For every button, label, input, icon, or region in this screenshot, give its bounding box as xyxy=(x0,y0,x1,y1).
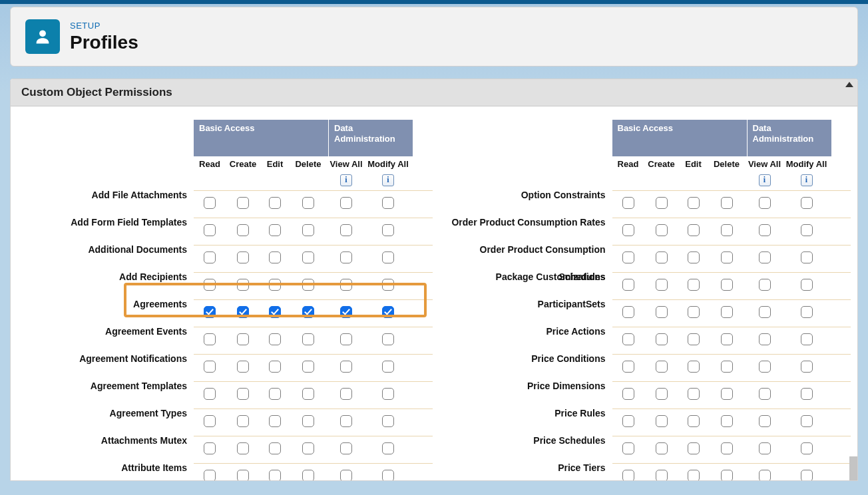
info-icon[interactable]: i xyxy=(759,174,771,186)
checkbox-delete[interactable] xyxy=(302,361,314,373)
checkbox-create[interactable] xyxy=(656,470,668,482)
checkbox-create[interactable] xyxy=(656,333,668,345)
scroll-up-arrow-icon[interactable] xyxy=(845,82,853,87)
checkbox-edit[interactable] xyxy=(269,306,281,318)
checkbox-edit[interactable] xyxy=(269,361,281,373)
checkbox-delete[interactable] xyxy=(721,388,733,400)
checkbox-read[interactable] xyxy=(204,197,216,209)
checkbox-read[interactable] xyxy=(622,361,634,373)
checkbox-delete[interactable] xyxy=(302,306,314,318)
checkbox-edit[interactable] xyxy=(688,442,700,454)
checkbox-read[interactable] xyxy=(622,279,634,291)
checkbox-modall[interactable] xyxy=(382,442,394,454)
checkbox-modall[interactable] xyxy=(382,333,394,345)
checkbox-create[interactable] xyxy=(237,361,249,373)
checkbox-read[interactable] xyxy=(622,224,634,236)
checkbox-read[interactable] xyxy=(204,279,216,291)
checkbox-create[interactable] xyxy=(656,224,668,236)
checkbox-create[interactable] xyxy=(237,306,249,318)
checkbox-delete[interactable] xyxy=(721,197,733,209)
checkbox-delete[interactable] xyxy=(302,442,314,454)
checkbox-delete[interactable] xyxy=(302,197,314,209)
checkbox-viewall[interactable] xyxy=(340,197,352,209)
checkbox-modall[interactable] xyxy=(801,388,813,400)
info-icon[interactable]: i xyxy=(382,174,394,186)
checkbox-edit[interactable] xyxy=(688,306,700,318)
checkbox-create[interactable] xyxy=(237,388,249,400)
checkbox-viewall[interactable] xyxy=(340,224,352,236)
checkbox-read[interactable] xyxy=(204,388,216,400)
checkbox-read[interactable] xyxy=(622,251,634,263)
checkbox-viewall[interactable] xyxy=(759,333,771,345)
checkbox-delete[interactable] xyxy=(721,224,733,236)
checkbox-create[interactable] xyxy=(656,442,668,454)
checkbox-edit[interactable] xyxy=(269,197,281,209)
checkbox-delete[interactable] xyxy=(302,279,314,291)
checkbox-create[interactable] xyxy=(237,251,249,263)
checkbox-viewall[interactable] xyxy=(759,415,771,427)
checkbox-modall[interactable] xyxy=(382,388,394,400)
checkbox-edit[interactable] xyxy=(269,333,281,345)
checkbox-delete[interactable] xyxy=(721,470,733,482)
checkbox-viewall[interactable] xyxy=(759,442,771,454)
checkbox-delete[interactable] xyxy=(302,333,314,345)
checkbox-viewall[interactable] xyxy=(759,279,771,291)
checkbox-read[interactable] xyxy=(204,442,216,454)
checkbox-delete[interactable] xyxy=(302,470,314,482)
checkbox-edit[interactable] xyxy=(269,415,281,427)
checkbox-viewall[interactable] xyxy=(340,279,352,291)
checkbox-create[interactable] xyxy=(237,415,249,427)
checkbox-modall[interactable] xyxy=(382,224,394,236)
checkbox-delete[interactable] xyxy=(302,415,314,427)
checkbox-modall[interactable] xyxy=(801,333,813,345)
checkbox-modall[interactable] xyxy=(801,361,813,373)
checkbox-viewall[interactable] xyxy=(340,442,352,454)
checkbox-viewall[interactable] xyxy=(759,306,771,318)
checkbox-read[interactable] xyxy=(622,306,634,318)
checkbox-modall[interactable] xyxy=(801,197,813,209)
checkbox-read[interactable] xyxy=(204,470,216,482)
checkbox-create[interactable] xyxy=(237,442,249,454)
checkbox-delete[interactable] xyxy=(721,415,733,427)
info-icon[interactable]: i xyxy=(340,174,352,186)
checkbox-read[interactable] xyxy=(622,415,634,427)
checkbox-viewall[interactable] xyxy=(340,388,352,400)
checkbox-modall[interactable] xyxy=(382,470,394,482)
checkbox-delete[interactable] xyxy=(302,388,314,400)
checkbox-create[interactable] xyxy=(656,251,668,263)
checkbox-viewall[interactable] xyxy=(759,251,771,263)
checkbox-read[interactable] xyxy=(204,306,216,318)
checkbox-edit[interactable] xyxy=(688,224,700,236)
checkbox-read[interactable] xyxy=(204,415,216,427)
checkbox-edit[interactable] xyxy=(269,279,281,291)
checkbox-edit[interactable] xyxy=(688,251,700,263)
checkbox-viewall[interactable] xyxy=(340,251,352,263)
checkbox-edit[interactable] xyxy=(269,388,281,400)
checkbox-create[interactable] xyxy=(656,306,668,318)
checkbox-viewall[interactable] xyxy=(340,333,352,345)
checkbox-read[interactable] xyxy=(622,442,634,454)
checkbox-viewall[interactable] xyxy=(759,197,771,209)
checkbox-read[interactable] xyxy=(204,333,216,345)
checkbox-create[interactable] xyxy=(237,224,249,236)
checkbox-edit[interactable] xyxy=(688,361,700,373)
checkbox-read[interactable] xyxy=(622,470,634,482)
checkbox-viewall[interactable] xyxy=(759,361,771,373)
checkbox-edit[interactable] xyxy=(269,442,281,454)
checkbox-modall[interactable] xyxy=(801,470,813,482)
checkbox-edit[interactable] xyxy=(688,388,700,400)
checkbox-delete[interactable] xyxy=(721,251,733,263)
checkbox-viewall[interactable] xyxy=(759,388,771,400)
checkbox-modall[interactable] xyxy=(382,279,394,291)
checkbox-delete[interactable] xyxy=(721,279,733,291)
checkbox-modall[interactable] xyxy=(801,251,813,263)
checkbox-viewall[interactable] xyxy=(759,224,771,236)
checkbox-delete[interactable] xyxy=(721,333,733,345)
checkbox-read[interactable] xyxy=(622,197,634,209)
scrollbar-thumb[interactable] xyxy=(849,456,857,480)
checkbox-delete[interactable] xyxy=(721,306,733,318)
checkbox-modall[interactable] xyxy=(801,442,813,454)
checkbox-modall[interactable] xyxy=(382,306,394,318)
checkbox-modall[interactable] xyxy=(801,224,813,236)
checkbox-create[interactable] xyxy=(656,415,668,427)
